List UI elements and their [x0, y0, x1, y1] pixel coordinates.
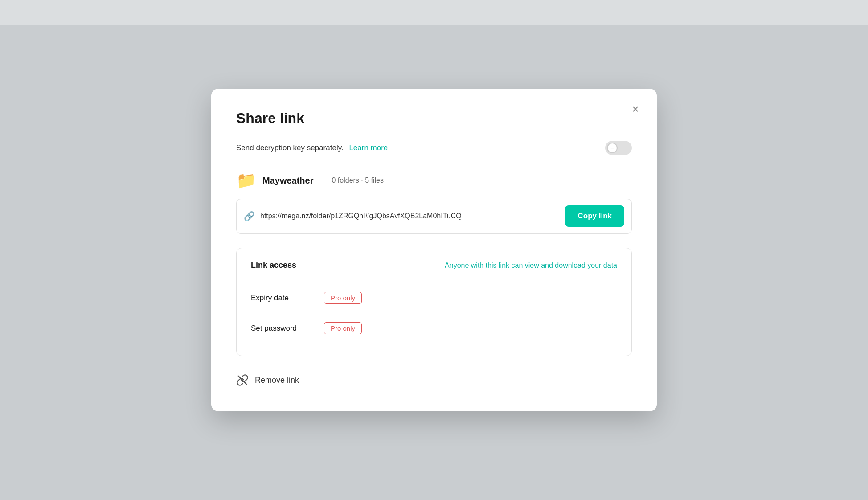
folder-meta: 0 folders · 5 files: [332, 176, 384, 184]
send-decryption-row: Send decryption key separately. Learn mo…: [236, 141, 632, 155]
link-access-status: Anyone with this link can view and downl…: [445, 262, 617, 270]
send-decryption-label: Send decryption key separately.: [236, 143, 344, 152]
set-password-label: Set password: [251, 324, 313, 333]
expiry-date-label: Expiry date: [251, 294, 313, 303]
link-icon: 🔗: [244, 211, 255, 221]
link-row: 🔗 Copy link: [236, 199, 632, 234]
close-button[interactable]: ×: [628, 101, 643, 117]
link-access-header: Link access Anyone with this link can vi…: [251, 261, 617, 270]
link-access-box: Link access Anyone with this link can vi…: [236, 248, 632, 356]
toggle-knob: [607, 143, 618, 153]
set-password-row: Set password Pro only: [251, 313, 617, 343]
remove-link-row[interactable]: Remove link: [236, 374, 632, 386]
folder-row: 📁 Mayweather 0 folders · 5 files: [236, 171, 632, 190]
send-decryption-text: Send decryption key separately. Learn mo…: [236, 143, 605, 152]
decryption-key-toggle[interactable]: [605, 141, 632, 155]
folder-icon: 📁: [236, 171, 256, 190]
set-password-pro-only-badge[interactable]: Pro only: [324, 322, 362, 334]
expiry-date-pro-only-badge[interactable]: Pro only: [324, 292, 362, 304]
svg-line-0: [238, 376, 247, 385]
copy-link-button[interactable]: Copy link: [565, 205, 624, 227]
folder-name: Mayweather: [262, 176, 314, 186]
remove-link-text: Remove link: [255, 376, 299, 385]
expiry-date-row: Expiry date Pro only: [251, 283, 617, 313]
link-url-input[interactable]: [260, 212, 560, 220]
remove-link-icon: [236, 374, 249, 386]
link-access-title: Link access: [251, 261, 296, 270]
learn-more-link[interactable]: Learn more: [349, 143, 388, 152]
share-link-modal: × Share link Send decryption key separat…: [211, 89, 657, 411]
modal-title: Share link: [236, 110, 632, 127]
folder-divider: [323, 176, 323, 185]
